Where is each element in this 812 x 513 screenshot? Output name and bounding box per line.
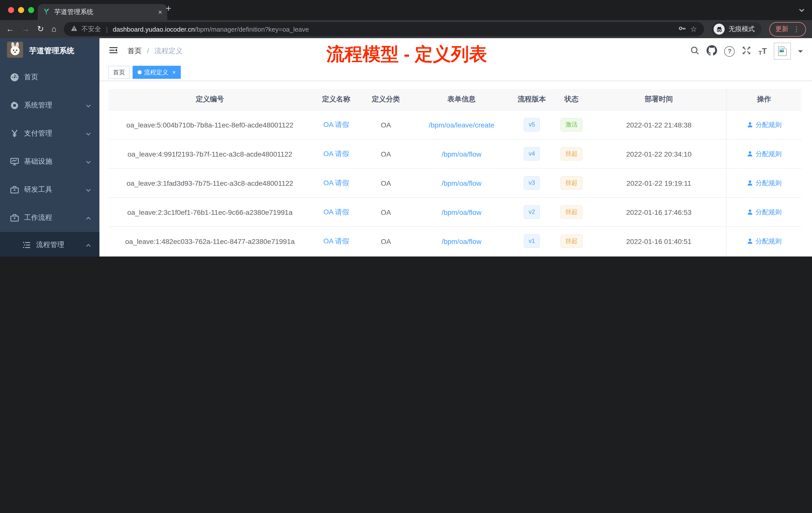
home-button[interactable]: ⌂ [52, 25, 56, 33]
form-link[interactable]: /bpm/oa/flow [442, 150, 482, 158]
sidebar-item-home[interactable]: 首页 [0, 63, 99, 91]
screen: 芋道管理系统 × + ← → ↻ ⌂ 不安全 | dashboard.yudao… [0, 0, 812, 256]
user-icon [747, 238, 753, 244]
assign-rule-button[interactable]: 分配规则 [747, 120, 782, 129]
table-row: oa_leave:5:004b710b-7b8a-11ec-8ef0-acde4… [109, 111, 802, 140]
definition-table: 定义编号 定义名称 定义分类 表单信息 流程版本 状态 部署时间 操作 oa_l… [109, 89, 802, 256]
chevron-down-icon [85, 159, 91, 167]
list-icon [22, 240, 31, 249]
definition-id: oa_leave:1:482ec033-762a-11ec-8477-a2380… [109, 227, 311, 255]
window-controls [0, 7, 34, 13]
breadcrumb-home[interactable]: 首页 [127, 47, 142, 55]
browser-tab-strip: 芋道管理系统 × + [0, 0, 812, 20]
active-tag-dot [138, 70, 142, 74]
sidebar-collapse-icon[interactable] [109, 45, 118, 57]
col-header: 部署时间 [591, 89, 726, 110]
app-title: 芋道管理系统 [29, 46, 74, 56]
sidebar-item-label: 流程管理 [36, 240, 64, 249]
gear-icon [10, 101, 19, 110]
url-path: /bpm/manager/definition?key=oa_leave [195, 25, 309, 33]
sidebar-item-label: 系统管理 [24, 101, 52, 110]
assign-rule-button[interactable]: 分配规则 [747, 149, 782, 158]
status-badge: 激活 [560, 118, 582, 131]
form-link[interactable]: /bpm/oa/flow [442, 237, 482, 245]
version-badge: v4 [523, 147, 540, 161]
chevron-down-icon [85, 187, 91, 195]
definition-name-link[interactable]: OA 请假 [323, 237, 349, 246]
deploy-time: 2022-01-22 19:19:11 [591, 169, 726, 197]
col-header: 表单信息 [411, 89, 512, 110]
tag-process-definition[interactable]: 流程定义 × [133, 66, 181, 79]
password-key-icon[interactable] [678, 24, 686, 34]
github-icon[interactable] [707, 45, 717, 58]
definition-category: OA [361, 169, 411, 197]
sidebar-item-label: 工作流程 [24, 213, 52, 222]
font-size-icon[interactable]: TT [758, 47, 767, 56]
form-link[interactable]: /bpm/oa/flow [442, 208, 482, 216]
definition-name-link[interactable]: OA 请假 [323, 149, 349, 158]
deploy-time: 2022-01-22 21:48:38 [591, 111, 726, 139]
tag-label: 流程定义 [144, 68, 168, 77]
close-window-button[interactable] [8, 7, 14, 13]
assign-rule-button[interactable]: 分配规则 [747, 208, 782, 217]
address-bar[interactable]: 不安全 | dashboard.yudao.iocoder.cn /bpm/ma… [64, 22, 704, 36]
reload-button[interactable]: ↻ [37, 25, 44, 33]
chrome-update-chip[interactable]: 更新 ⋮ [769, 22, 806, 36]
deploy-time: 2022-01-16 01:40:51 [591, 227, 726, 255]
browser-toolbar: ← → ↻ ⌂ 不安全 | dashboard.yudao.iocoder.cn… [0, 20, 812, 38]
tab-close-icon[interactable]: × [158, 8, 162, 16]
table-row: oa_leave:4:991f2193-7b7f-11ec-a3c8-acde4… [109, 140, 802, 169]
user-icon [747, 121, 753, 128]
tab-search-chevron-icon[interactable] [799, 6, 805, 16]
definition-id: oa_leave:5:004b710b-7b8a-11ec-8ef0-acde4… [109, 111, 311, 139]
definition-category: OA [361, 198, 411, 227]
table-row: oa_leave:2:3c1f0ef1-76b1-11ec-9c66-a2380… [109, 198, 802, 227]
update-label[interactable]: 更新 [775, 25, 788, 34]
table-header-row: 定义编号 定义名称 定义分类 表单信息 流程版本 状态 部署时间 操作 [109, 89, 802, 111]
toolbox-icon [10, 185, 19, 194]
incognito-badge: 无痕模式 [712, 22, 762, 36]
avatar-caret-icon[interactable] [798, 50, 803, 55]
sidebar-item-label: 首页 [24, 73, 38, 82]
minimize-window-button[interactable] [18, 7, 24, 13]
fullscreen-icon[interactable] [742, 46, 752, 57]
definition-name-link[interactable]: OA 请假 [323, 208, 349, 217]
maximize-window-button[interactable] [28, 7, 34, 13]
yen-icon [10, 129, 19, 138]
sidebar-item-infrastructure[interactable]: 基础设施 [0, 148, 99, 176]
sidebar-item-process-management[interactable]: 流程管理 [0, 232, 99, 256]
deploy-time: 2022-01-22 20:34:10 [591, 140, 726, 168]
forward-button[interactable]: → [22, 25, 30, 33]
sidebar-item-payment[interactable]: 支付管理 [0, 119, 99, 148]
security-label: 不安全 [81, 25, 101, 34]
status-badge: 挂起 [560, 235, 582, 248]
form-link[interactable]: /bpm/oa/leave/create [429, 121, 494, 129]
security-warning-icon[interactable] [71, 25, 77, 33]
chevron-down-icon [85, 102, 91, 111]
breadcrumb-current: 流程定义 [154, 47, 182, 55]
tag-home[interactable]: 首页 [109, 66, 129, 79]
form-link[interactable]: /bpm/oa/flow [442, 179, 482, 187]
sidebar-item-system[interactable]: 系统管理 [0, 91, 99, 119]
definition-category: OA [361, 111, 411, 139]
new-tab-button[interactable]: + [166, 3, 171, 14]
assign-rule-button[interactable]: 分配规则 [747, 178, 782, 187]
bookmark-star-icon[interactable]: ☆ [690, 25, 697, 34]
sidebar: 芋道管理系统 首页 系统管理 支付管理 基础设施 [0, 38, 99, 256]
search-icon[interactable] [690, 46, 700, 57]
back-button[interactable]: ← [6, 25, 14, 33]
sidebar-item-workflow[interactable]: 工作流程 [0, 204, 99, 232]
browser-tab[interactable]: 芋道管理系统 × [38, 4, 167, 20]
definition-name-link[interactable]: OA 请假 [323, 120, 349, 129]
user-avatar-broken-image[interactable] [774, 43, 791, 60]
help-icon[interactable]: ? [724, 46, 735, 57]
user-icon [747, 151, 753, 157]
url-divider: | [106, 25, 108, 33]
col-header: 定义编号 [109, 89, 311, 110]
status-badge: 挂起 [560, 176, 582, 190]
tag-close-icon[interactable]: × [172, 69, 176, 76]
sidebar-item-devtools[interactable]: 研发工具 [0, 176, 99, 204]
assign-rule-button[interactable]: 分配规则 [747, 237, 782, 246]
browser-menu-icon[interactable]: ⋮ [793, 25, 800, 33]
definition-name-link[interactable]: OA 请假 [323, 178, 349, 187]
